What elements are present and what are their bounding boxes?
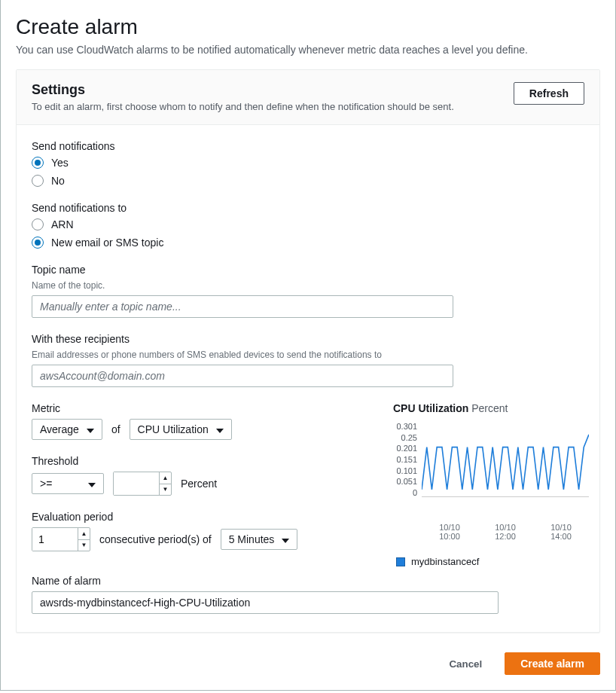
x-tick: 10/1014:00: [533, 523, 589, 541]
stepper-controls: ▲ ▼: [159, 472, 171, 495]
threshold-label: Threshold: [32, 455, 363, 467]
y-tick: 0.201: [396, 444, 417, 453]
radio-send-no[interactable]: No: [32, 175, 584, 187]
chart-legend: mydbinstancecf: [396, 556, 589, 567]
recipients-input[interactable]: [32, 365, 453, 387]
threshold-value-input[interactable]: [114, 472, 159, 495]
radio-label-yes: Yes: [51, 157, 69, 169]
x-tick: 10/1012:00: [477, 523, 533, 541]
evaluation-group: Evaluation period ▲ ▼ consecutive period…: [32, 511, 363, 551]
chart-x-axis: 10/1010:0010/1012:0010/1014:00: [422, 523, 589, 541]
radio-label-arn: ARN: [51, 218, 74, 230]
metric-label: Metric: [32, 402, 363, 414]
radio-input-no[interactable]: [32, 175, 44, 187]
legend-label: mydbinstancecf: [411, 556, 479, 567]
cpu-utilization-chart: CPU Utilization Percent 0.3010.250.2010.…: [393, 402, 589, 567]
radio-arn[interactable]: ARN: [32, 218, 584, 230]
chart-title: CPU Utilization: [393, 402, 468, 414]
y-tick: 0.301: [396, 422, 417, 431]
y-tick: 0.151: [396, 455, 417, 464]
topic-name-label: Topic name: [32, 264, 584, 276]
threshold-operator-value: >=: [40, 478, 52, 490]
evaluation-count-input[interactable]: [32, 528, 78, 551]
stepper-controls: ▲ ▼: [78, 528, 90, 551]
recipients-helper: Email addresses or phone numbers of SMS …: [32, 350, 584, 360]
radio-label-no: No: [51, 175, 65, 187]
panel-subtitle: To edit an alarm, first choose whom to n…: [32, 101, 454, 112]
evaluation-period-select[interactable]: 5 Minutes: [221, 529, 298, 550]
create-alarm-button[interactable]: Create alarm: [505, 652, 600, 675]
send-to-label: Send notifications to: [32, 202, 584, 214]
dialog-footer: Cancel Create alarm: [16, 648, 600, 675]
alarm-name-label: Name of alarm: [32, 575, 584, 587]
chart-plot-area: [422, 422, 589, 497]
stepper-down-icon[interactable]: ▼: [78, 540, 90, 551]
topic-name-group: Topic name Name of the topic.: [32, 264, 584, 318]
evaluation-period-value: 5 Minutes: [229, 533, 275, 545]
caret-down-icon: [88, 478, 96, 490]
radio-input-arn[interactable]: [32, 218, 44, 230]
alarm-name-group: Name of alarm: [32, 575, 584, 614]
recipients-group: With these recipients Email addresses or…: [32, 333, 584, 387]
panel-title: Settings: [32, 82, 454, 98]
metric-stat-select[interactable]: Average: [32, 419, 102, 440]
stepper-up-icon[interactable]: ▲: [78, 528, 90, 540]
metric-stat-value: Average: [40, 423, 79, 435]
threshold-unit: Percent: [181, 478, 217, 490]
stepper-down-icon[interactable]: ▼: [160, 484, 171, 496]
send-notifications-group: Send notifications Yes No: [32, 140, 584, 187]
threshold-value-stepper[interactable]: ▲ ▼: [113, 472, 172, 496]
y-tick: 0: [413, 488, 417, 497]
y-tick: 0.25: [401, 433, 417, 442]
panel-header: Settings To edit an alarm, first choose …: [17, 70, 599, 125]
radio-input-yes[interactable]: [32, 157, 44, 169]
refresh-button[interactable]: Refresh: [514, 82, 584, 105]
evaluation-count-stepper[interactable]: ▲ ▼: [32, 527, 90, 551]
cancel-button[interactable]: Cancel: [434, 654, 497, 674]
legend-swatch-icon: [396, 557, 405, 566]
chart-unit: Percent: [471, 402, 508, 414]
topic-name-helper: Name of the topic.: [32, 280, 584, 291]
recipients-label: With these recipients: [32, 333, 584, 345]
alarm-name-input[interactable]: [32, 591, 499, 614]
evaluation-periods-text: consecutive period(s) of: [99, 533, 212, 545]
y-tick: 0.101: [396, 466, 417, 475]
x-tick: 10/1010:00: [422, 523, 477, 541]
chart-y-axis: 0.3010.250.2010.1510.1010.0510: [393, 422, 422, 497]
page-description: You can use CloudWatch alarms to be noti…: [16, 44, 600, 56]
metric-of-text: of: [111, 423, 120, 435]
settings-panel: Settings To edit an alarm, first choose …: [16, 69, 600, 633]
page-title: Create alarm: [16, 15, 600, 39]
stepper-up-icon[interactable]: ▲: [160, 472, 171, 484]
threshold-operator-select[interactable]: >=: [32, 473, 104, 494]
topic-name-input[interactable]: [32, 295, 453, 318]
send-notifications-label: Send notifications: [32, 140, 584, 152]
metric-name-select[interactable]: CPU Utilization: [130, 419, 232, 440]
radio-send-yes[interactable]: Yes: [32, 157, 584, 169]
send-to-group: Send notifications to ARN New email or S…: [32, 202, 584, 249]
caret-down-icon: [282, 533, 289, 545]
caret-down-icon: [87, 423, 94, 435]
metric-group: Metric Average of CPU Utilization: [32, 402, 363, 440]
caret-down-icon: [216, 423, 224, 435]
radio-input-new-topic[interactable]: [32, 237, 44, 249]
create-alarm-dialog: Create alarm You can use CloudWatch alar…: [0, 0, 616, 691]
radio-label-new-topic: New email or SMS topic: [51, 237, 163, 249]
y-tick: 0.051: [396, 477, 417, 486]
threshold-group: Threshold >= ▲: [32, 455, 363, 496]
evaluation-label: Evaluation period: [32, 511, 363, 523]
metric-name-value: CPU Utilization: [138, 423, 209, 435]
radio-new-topic[interactable]: New email or SMS topic: [32, 237, 584, 249]
